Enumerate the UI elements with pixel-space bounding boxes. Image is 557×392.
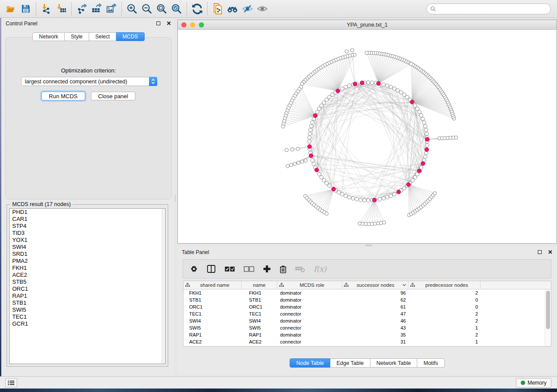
table-row[interactable]: ACE2ACE2connector311 (183, 338, 545, 345)
mcds-result-item[interactable]: SWI5 (10, 306, 165, 313)
network-node[interactable] (304, 159, 308, 162)
network-node[interactable] (308, 132, 311, 135)
network-window-titlebar[interactable]: YPA_prune.txt_1 (178, 20, 557, 30)
column-header-shared-name[interactable]: shared name (183, 281, 242, 289)
network-node[interactable] (402, 93, 406, 96)
network-node[interactable] (347, 84, 351, 87)
network-node[interactable] (385, 196, 389, 199)
table-row[interactable]: TEC1TEC1connector472 (183, 310, 545, 317)
export-image-icon[interactable] (104, 1, 119, 16)
network-node[interactable] (320, 175, 323, 179)
network-node[interactable] (426, 144, 429, 147)
network-node[interactable] (421, 117, 425, 120)
network-node[interactable] (393, 87, 396, 90)
tab-mcds[interactable]: MCDS (116, 32, 144, 41)
search-network-icon[interactable] (225, 1, 240, 16)
mcds-node[interactable] (421, 162, 425, 165)
network-node[interactable] (385, 84, 389, 87)
network-node[interactable] (312, 162, 315, 165)
task-history-button[interactable] (5, 378, 17, 387)
mcds-result-item[interactable]: SWI4 (10, 244, 165, 251)
table-row[interactable]: STB1STB1dominator620 (183, 296, 545, 303)
tab-node-table[interactable]: Node Table (290, 358, 330, 368)
mcds-node[interactable] (336, 89, 340, 93)
mcds-node[interactable] (353, 82, 357, 86)
network-node[interactable] (396, 89, 399, 92)
scrollbar-thumb[interactable] (546, 291, 550, 329)
network-node[interactable] (402, 186, 406, 190)
tab-network[interactable]: Network (32, 32, 65, 41)
network-node[interactable] (308, 140, 311, 143)
mcds-result-item[interactable]: CAR1 (10, 216, 165, 223)
optimization-criterion-select[interactable]: largest connected component (undirected) (21, 77, 157, 86)
mcds-result-item[interactable]: TEC1 (10, 313, 165, 320)
mcds-node[interactable] (332, 187, 336, 191)
show-columns-icon[interactable] (207, 265, 216, 273)
network-node[interactable] (413, 104, 417, 107)
network-node[interactable] (382, 221, 386, 224)
network-node[interactable] (367, 199, 370, 202)
network-node[interactable] (424, 128, 428, 131)
apply-layout-icon[interactable] (190, 1, 204, 16)
network-node[interactable] (293, 162, 297, 165)
network-node[interactable] (409, 62, 413, 65)
mcds-node[interactable] (425, 138, 429, 141)
network-node[interactable] (290, 163, 293, 167)
network-node[interactable] (389, 194, 392, 198)
network-node[interactable] (355, 197, 358, 201)
network-node[interactable] (340, 87, 344, 90)
clone-network-icon[interactable] (210, 1, 225, 16)
mcds-node[interactable] (313, 113, 317, 117)
mcds-result-item[interactable]: ACE2 (10, 272, 165, 279)
network-node[interactable] (415, 107, 419, 110)
column-header-MCDS-role[interactable]: MCDS role (277, 281, 342, 289)
network-node[interactable] (285, 148, 288, 152)
mcds-result-item[interactable]: ORC1 (10, 285, 165, 292)
mcds-node[interactable] (425, 148, 429, 151)
column-header-predecessor-nodes[interactable]: predecessor nodes (408, 281, 481, 289)
mcds-node[interactable] (360, 81, 364, 85)
mcds-result-item[interactable]: STB5 (10, 279, 165, 285)
network-node[interactable] (344, 194, 347, 198)
tab-select[interactable]: Select (89, 32, 116, 41)
mcds-node[interactable] (417, 169, 421, 173)
network-canvas[interactable] (178, 30, 557, 243)
create-column-icon[interactable] (263, 265, 271, 273)
mcds-result-item[interactable]: STP4 (10, 223, 165, 230)
network-node[interactable] (423, 155, 427, 158)
network-node[interactable] (320, 104, 323, 107)
delete-column-icon[interactable] (280, 265, 287, 273)
table-row[interactable]: FKH1FKH1dominator962 (183, 289, 545, 296)
zoom-in-icon[interactable] (125, 1, 139, 16)
network-node[interactable] (419, 113, 423, 117)
network-node[interactable] (359, 198, 362, 202)
network-node[interactable] (365, 51, 368, 55)
network-node[interactable] (318, 107, 321, 110)
network-node[interactable] (311, 158, 314, 162)
mcds-node[interactable] (377, 81, 381, 85)
table-row[interactable]: SWI4SWI4dominator462 (183, 317, 545, 324)
float-panel-icon[interactable] (156, 21, 160, 25)
search-input[interactable] (436, 6, 547, 12)
column-header-successor-nodes[interactable]: successor nodes (342, 281, 408, 289)
network-node[interactable] (418, 110, 421, 113)
mcds-result-item[interactable]: STB1 (10, 299, 165, 306)
search-box[interactable] (426, 3, 551, 14)
network-node[interactable] (344, 85, 347, 89)
network-node[interactable] (308, 128, 312, 131)
zoom-fit-icon[interactable] (154, 1, 169, 16)
mcds-result-item[interactable]: GCR1 (10, 320, 165, 327)
hide-selected-icon[interactable] (240, 1, 255, 16)
export-table-icon[interactable] (89, 1, 104, 16)
network-node[interactable] (350, 48, 354, 52)
network-node[interactable] (340, 193, 344, 196)
tab-motifs[interactable]: Motifs (417, 358, 444, 368)
table-row[interactable]: YOX1YOX1connector291 (183, 345, 545, 346)
network-node[interactable] (328, 184, 331, 187)
network-node[interactable] (411, 179, 414, 182)
network-node[interactable] (370, 81, 374, 84)
network-node[interactable] (325, 212, 329, 215)
select-all-icon[interactable] (225, 266, 235, 272)
network-node[interactable] (286, 164, 289, 168)
mcds-list-scrollbar[interactable] (162, 209, 165, 364)
